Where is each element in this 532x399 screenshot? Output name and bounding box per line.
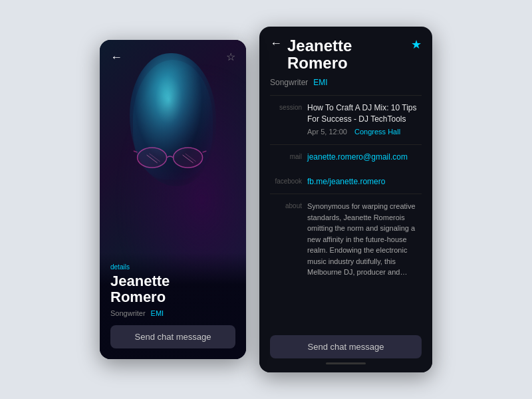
details-label: details [110,263,235,271]
svg-point-1 [174,148,203,168]
person-meta-left: Songwriter EMI [110,309,235,317]
favorite-button-left[interactable]: ☆ [226,51,235,63]
facebook-value[interactable]: fb.me/jeanette.romero [307,176,422,188]
svg-line-2 [134,151,138,152]
role-label-left: Songwriter [110,309,146,317]
favorite-button-right[interactable]: ★ [411,37,422,52]
send-chat-button-right[interactable]: Send chat message [270,335,422,358]
scroll-bar [326,362,366,364]
session-row: session How To Craft A DJ Mix: 10 Tips F… [259,96,432,144]
about-text: Synonymous for warping creative standard… [307,201,422,278]
back-button-right[interactable]: ← [270,37,282,49]
right-screen: ← Jeanette Romero ★ Songwriter EMI sessi… [259,27,432,372]
scroll-indicator [270,358,422,364]
svg-line-3 [203,151,207,152]
session-date: Apr 5, 12:00 Congress Hall [307,127,422,137]
about-row: about Synonymous for warping creative st… [259,194,432,285]
session-title: How To Craft A DJ Mix: 10 Tips For Succe… [307,102,422,125]
person-name-right: Jeanette Romero [287,37,406,72]
right-top-nav: ← Jeanette Romero ★ [259,27,432,78]
person-name-left: Jeanette Romero [110,273,235,305]
mail-row: mail jeanette.romero@gmail.com [259,145,432,170]
mail-label: mail [270,152,302,163]
svg-point-0 [138,148,167,168]
facebook-row: facebook fb.me/jeanette.romero [259,170,432,194]
session-value: How To Craft A DJ Mix: 10 Tips For Succe… [307,102,422,138]
facebook-label: facebook [270,176,302,188]
role-label-right: Songwriter [270,78,308,87]
company-label-left: EMI [151,309,164,317]
right-bottom-section: Send chat message [259,327,432,372]
back-button-left[interactable]: ← [110,51,122,63]
about-label: about [270,201,302,278]
glasses-overlay [134,143,207,173]
left-screen: ← ☆ details Jeanette Romero Songwriter E… [100,40,246,359]
session-label: session [270,102,302,138]
person-meta-right: Songwriter EMI [259,78,432,95]
send-chat-button-left[interactable]: Send chat message [110,325,235,348]
left-top-nav: ← ☆ [100,40,246,68]
company-label-right: EMI [313,78,327,87]
content-area[interactable]: session How To Craft A DJ Mix: 10 Tips F… [259,96,432,327]
session-hall: Congress Hall [354,128,400,136]
mail-value[interactable]: jeanette.romero@gmail.com [307,152,422,163]
left-bottom-info: details Jeanette Romero Songwriter EMI S… [100,253,246,359]
